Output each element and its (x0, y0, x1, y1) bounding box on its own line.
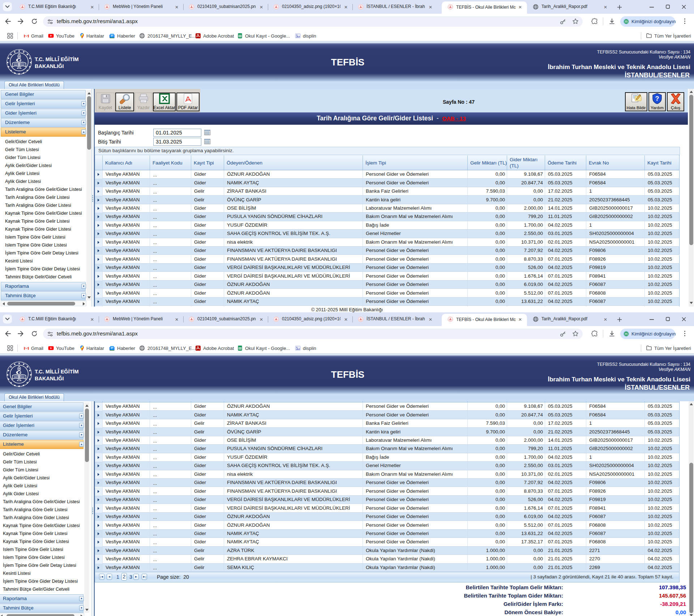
svg-text:?: ? (655, 95, 659, 102)
